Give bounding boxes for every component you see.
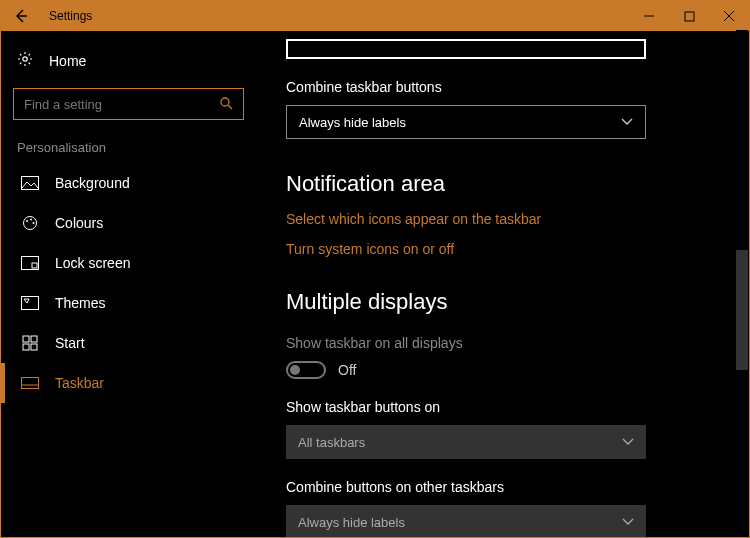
sidebar-item-label: Taskbar — [55, 375, 104, 391]
sidebar-item-lockscreen[interactable]: Lock screen — [1, 243, 256, 283]
sidebar: Home Personalisation Background Colours … — [1, 31, 256, 537]
toggle-state: Off — [338, 362, 356, 378]
back-button[interactable] — [1, 1, 41, 31]
svg-rect-17 — [23, 344, 29, 350]
arrow-left-icon — [13, 8, 29, 24]
search-icon — [219, 96, 233, 113]
link-system-icons[interactable]: Turn system icons on or off — [286, 241, 719, 257]
toggle-knob — [290, 365, 300, 375]
combine-select[interactable]: Always hide labels — [286, 105, 646, 139]
combine-other-label: Combine buttons on other taskbars — [286, 479, 719, 495]
close-button[interactable] — [709, 1, 749, 31]
select-value: All taskbars — [298, 435, 365, 450]
scrollbar[interactable] — [736, 30, 748, 536]
svg-rect-14 — [22, 297, 39, 310]
field-outline — [286, 39, 646, 59]
section-label: Personalisation — [1, 136, 256, 163]
show-buttons-label: Show taskbar buttons on — [286, 399, 719, 415]
show-all-toggle[interactable] — [286, 361, 326, 379]
svg-rect-18 — [31, 344, 37, 350]
scrollbar-thumb[interactable] — [736, 250, 748, 370]
svg-rect-7 — [22, 177, 39, 190]
gear-icon — [17, 51, 33, 70]
chevron-down-icon — [622, 515, 634, 529]
notification-heading: Notification area — [286, 171, 719, 197]
picture-icon — [21, 176, 39, 190]
multiple-displays-heading: Multiple displays — [286, 289, 719, 315]
svg-point-5 — [221, 98, 229, 106]
svg-point-4 — [23, 57, 27, 61]
home-label: Home — [49, 53, 86, 69]
themes-icon — [21, 296, 39, 310]
combine-label: Combine taskbar buttons — [286, 79, 719, 95]
svg-point-11 — [33, 222, 35, 224]
maximize-button[interactable] — [669, 1, 709, 31]
content-area: Combine taskbar buttons Always hide labe… — [256, 31, 749, 537]
svg-rect-13 — [32, 263, 37, 268]
svg-rect-15 — [23, 336, 29, 342]
svg-rect-16 — [31, 336, 37, 342]
svg-line-6 — [228, 105, 232, 109]
chevron-down-icon — [621, 115, 633, 129]
sidebar-item-label: Start — [55, 335, 85, 351]
sidebar-item-colours[interactable]: Colours — [1, 203, 256, 243]
svg-rect-1 — [685, 12, 694, 21]
lockscreen-icon — [21, 256, 39, 270]
taskbar-icon — [21, 377, 39, 389]
svg-point-9 — [26, 220, 28, 222]
home-button[interactable]: Home — [1, 41, 256, 80]
palette-icon — [21, 215, 39, 231]
titlebar: Settings — [1, 1, 749, 31]
select-value: Always hide labels — [298, 515, 405, 530]
minimize-button[interactable] — [629, 1, 669, 31]
maximize-icon — [684, 11, 695, 22]
sidebar-item-label: Background — [55, 175, 130, 191]
link-select-icons[interactable]: Select which icons appear on the taskbar — [286, 211, 719, 227]
show-buttons-select[interactable]: All taskbars — [286, 425, 646, 459]
window-title: Settings — [49, 9, 92, 23]
search-input[interactable] — [24, 97, 219, 112]
sidebar-item-background[interactable]: Background — [1, 163, 256, 203]
combine-other-select[interactable]: Always hide labels — [286, 505, 646, 537]
sidebar-item-themes[interactable]: Themes — [1, 283, 256, 323]
start-icon — [21, 335, 39, 351]
close-icon — [723, 10, 735, 22]
show-all-label: Show taskbar on all displays — [286, 335, 719, 351]
sidebar-item-label: Themes — [55, 295, 106, 311]
sidebar-item-label: Colours — [55, 215, 103, 231]
sidebar-item-taskbar[interactable]: Taskbar — [1, 363, 256, 403]
svg-rect-19 — [22, 378, 39, 389]
select-value: Always hide labels — [299, 115, 406, 130]
sidebar-item-start[interactable]: Start — [1, 323, 256, 363]
chevron-down-icon — [622, 435, 634, 449]
svg-point-8 — [24, 217, 37, 230]
search-input-container[interactable] — [13, 88, 244, 120]
sidebar-item-label: Lock screen — [55, 255, 130, 271]
svg-point-10 — [30, 219, 32, 221]
minimize-icon — [643, 10, 655, 22]
